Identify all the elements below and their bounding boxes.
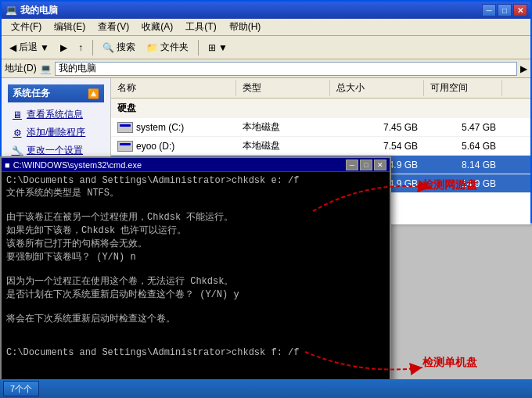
panel-title-label: 系统任务 xyxy=(13,87,50,100)
file-list-header: 名称 类型 总大小 可用空间 xyxy=(111,78,530,99)
panel-title[interactable]: 系统任务 🔼 xyxy=(8,84,104,102)
cmd-title-buttons: ─ □ ✕ xyxy=(346,160,386,170)
drive-c-icon xyxy=(117,122,133,133)
address-value: 我的电脑 xyxy=(59,62,96,75)
annotation-label-2: 检测单机盘 xyxy=(422,356,477,370)
cmd-title: C:\WINDOWS\system32\cmd.exe xyxy=(13,160,142,170)
drive-row-d[interactable]: eyoo (D:) 本地磁盘 7.54 GB 5.64 GB xyxy=(111,137,530,156)
back-arrow-icon: ◀ xyxy=(9,42,16,53)
forward-button[interactable]: ▶ xyxy=(56,41,72,55)
section-harddrives: 硬盘 xyxy=(111,99,530,118)
folders-label: 文件夹 xyxy=(160,41,189,54)
back-label: 后退 xyxy=(19,41,38,54)
folders-button[interactable]: 📁 文件夹 xyxy=(142,39,193,56)
drive-d-icon xyxy=(117,141,133,152)
title-bar-buttons: ─ □ ✕ xyxy=(482,4,527,16)
drive-d-free: 5.64 GB xyxy=(424,140,502,152)
address-input[interactable]: 我的电脑 xyxy=(55,62,517,76)
drive-e-free: 8.14 GB xyxy=(424,159,502,171)
up-button[interactable]: ↑ xyxy=(74,41,88,55)
menu-favorites[interactable]: 收藏(A) xyxy=(135,19,179,35)
cmd-maximize-btn[interactable]: □ xyxy=(360,160,372,170)
address-bar: 地址(D) 💻 我的电脑 ▶ xyxy=(2,59,530,78)
back-button[interactable]: ◀ 后退 ▼ xyxy=(5,39,54,56)
taskbar-item[interactable]: 7个 个 xyxy=(3,381,39,396)
header-total[interactable]: 总大小 xyxy=(330,80,424,96)
window-title: 我的电脑 xyxy=(20,4,58,17)
panel-item-sysinfo[interactable]: 🖥 查看系统信息 xyxy=(8,106,104,124)
drive-c-free: 5.47 GB xyxy=(424,121,502,134)
toolbar: ◀ 后退 ▼ ▶ ↑ 🔍 搜索 📁 文件夹 ⊞ ▼ xyxy=(2,36,530,59)
taskbar: 7个 个 xyxy=(0,379,532,398)
sysinfo-icon: 🖥 xyxy=(11,109,23,121)
up-arrow-icon: ↑ xyxy=(78,42,83,53)
search-label: 搜索 xyxy=(117,41,135,54)
drive-row-c[interactable]: system (C:) 本地磁盘 7.45 GB 5.47 GB xyxy=(111,118,530,137)
panel-item-settings-label: 更改一个设置 xyxy=(27,144,83,157)
my-computer-small-icon: 💻 xyxy=(40,63,52,74)
menu-view[interactable]: 查看(V) xyxy=(92,19,135,35)
views-button[interactable]: ⊞ ▼ xyxy=(203,41,232,55)
header-free[interactable]: 可用空间 xyxy=(424,80,502,96)
cmd-icon: ■ xyxy=(5,160,10,170)
folders-icon: 📁 xyxy=(146,42,158,53)
address-label: 地址(D) xyxy=(5,62,37,75)
menu-tools[interactable]: 工具(T) xyxy=(179,19,222,35)
menu-help[interactable]: 帮助(H) xyxy=(223,19,268,35)
separator2 xyxy=(198,40,199,56)
minimize-button[interactable]: ─ xyxy=(482,4,496,16)
annotation-label-1: 检测网游盘 xyxy=(422,178,477,192)
taskbar-item-count: 7个 xyxy=(10,383,23,395)
maximize-button[interactable]: □ xyxy=(498,4,512,16)
drive-d-total: 7.54 GB xyxy=(330,140,424,152)
panel-collapse-icon: 🔼 xyxy=(88,88,99,99)
menu-file[interactable]: 文件(F) xyxy=(5,19,48,35)
cmd-minimize-btn[interactable]: ─ xyxy=(346,160,358,170)
back-dropdown-icon: ▼ xyxy=(40,42,49,53)
separator1 xyxy=(92,40,93,56)
panel-item-addremove[interactable]: ⚙ 添加/删除程序 xyxy=(8,124,104,142)
drive-c-name: system (C:) xyxy=(111,121,236,134)
search-button[interactable]: 🔍 搜索 xyxy=(98,39,140,56)
drive-c-total: 7.45 GB xyxy=(330,121,424,134)
window-icon: 💻 xyxy=(5,4,17,16)
forward-arrow-icon: ▶ xyxy=(60,42,67,53)
panel-items: 🖥 查看系统信息 ⚙ 添加/删除程序 🔧 更改一个设置 xyxy=(8,102,104,163)
panel-item-addremove-label: 添加/删除程序 xyxy=(27,126,85,139)
address-go-icon[interactable]: ▶ xyxy=(520,63,527,74)
drive-d-name: eyoo (D:) xyxy=(111,140,236,152)
menu-edit[interactable]: 编辑(E) xyxy=(48,19,92,35)
close-button[interactable]: ✕ xyxy=(513,4,527,16)
cmd-close-btn[interactable]: ✕ xyxy=(374,160,386,170)
menu-bar: 文件(F) 编辑(E) 查看(V) 收藏(A) 工具(T) 帮助(H) xyxy=(2,19,530,36)
addremove-icon: ⚙ xyxy=(11,127,23,139)
search-icon: 🔍 xyxy=(102,42,114,53)
cmd-title-bar: ■ C:\WINDOWS\system32\cmd.exe ─ □ ✕ xyxy=(2,158,390,172)
drive-d-type: 本地磁盘 xyxy=(236,138,330,153)
drive-c-type: 本地磁盘 xyxy=(236,120,330,134)
panel-item-sysinfo-label: 查看系统信息 xyxy=(27,108,83,121)
header-type[interactable]: 类型 xyxy=(236,80,330,96)
title-bar: 💻 我的电脑 ─ □ ✕ xyxy=(2,2,530,19)
views-dropdown-icon: ▼ xyxy=(218,42,228,53)
header-name[interactable]: 名称 xyxy=(111,80,236,96)
views-icon: ⊞ xyxy=(208,42,216,53)
settings-icon: 🔧 xyxy=(11,145,23,157)
